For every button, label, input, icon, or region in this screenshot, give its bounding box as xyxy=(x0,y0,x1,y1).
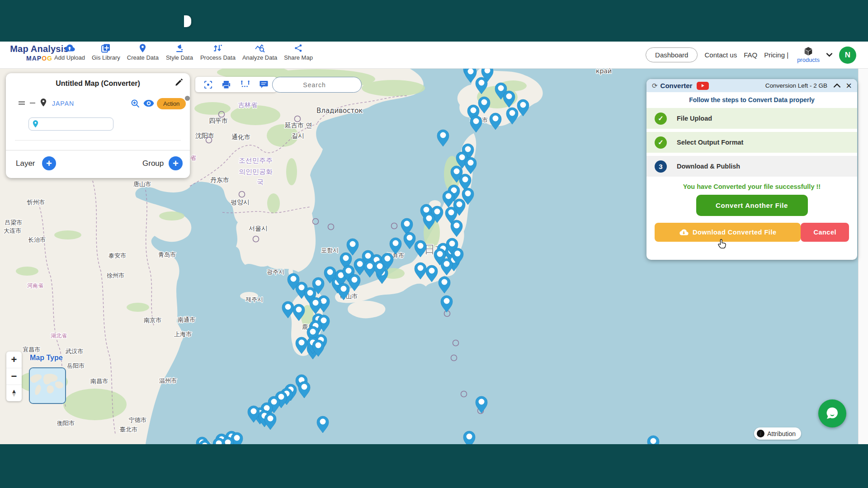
zoom-out-button[interactable]: − xyxy=(6,368,22,385)
add-layer-button[interactable]: + xyxy=(42,156,56,170)
chevron-down-icon[interactable] xyxy=(826,53,832,57)
step-file-upload[interactable]: ✓ File Upload xyxy=(646,108,857,129)
layer-style-field[interactable] xyxy=(28,117,113,131)
compass-tilt-button[interactable]: ▲▼ xyxy=(6,385,22,401)
layer-name[interactable]: JAPAN xyxy=(52,100,74,107)
sync-icon: ⟳ xyxy=(652,82,658,90)
nav-label: Share Map xyxy=(284,54,313,61)
nav-item-create-data[interactable]: Create Data xyxy=(127,43,159,61)
nav-label: Style Data xyxy=(166,54,193,61)
nav-item-add-upload[interactable]: Add Upload xyxy=(54,43,85,61)
nav-label: Create Data xyxy=(127,54,159,61)
add-group-button[interactable]: + xyxy=(169,156,183,170)
map-pin-icon xyxy=(139,43,146,53)
layer-visibility-icon[interactable] xyxy=(143,100,154,107)
chat-support-button[interactable] xyxy=(818,399,846,427)
pricing-link[interactable]: Pricing | xyxy=(764,51,788,59)
layer-action-button[interactable]: Action xyxy=(157,98,186,109)
map-place-label: 武汉市 xyxy=(65,348,83,355)
panel-divider xyxy=(6,150,190,150)
map-place-label: 长治市 xyxy=(28,236,46,243)
conversion-quota: Conversion Left - 2 GB xyxy=(765,82,827,89)
nav-item-style-data[interactable]: Style Data xyxy=(165,43,193,61)
map-place-label: 국 xyxy=(257,178,264,186)
app-window: крайВладивосток吉林省四平市延吉市 연길시沈阳市通化市辽宁省조선민… xyxy=(0,0,868,488)
contact-us-link[interactable]: Contact us xyxy=(704,51,737,59)
map-place-label: 青岛市 xyxy=(158,251,176,258)
nav-label: Add Upload xyxy=(54,54,85,61)
conversion-success-message: You have Converted your file successfull… xyxy=(646,183,857,190)
map-place-label: 조선민주주 xyxy=(239,156,273,164)
nav-item-gis-library[interactable]: Gis Library xyxy=(92,43,120,61)
info-icon: i xyxy=(757,430,764,437)
converter-title: Converter xyxy=(660,82,693,89)
step-check-icon: ✓ xyxy=(655,136,667,149)
map-place-label: 河南省 xyxy=(27,282,43,289)
map-place-label: 衡阳市 xyxy=(57,420,75,427)
panel-divider xyxy=(15,140,181,141)
map-place-label: 吉林省 xyxy=(238,101,258,108)
drag-handle-icon[interactable] xyxy=(18,101,25,105)
map-place-label: 宁德市 xyxy=(129,417,146,423)
convert-another-file-button[interactable]: Convert Another File xyxy=(696,195,808,216)
layer-label: Layer xyxy=(16,159,35,168)
cloud-upload-icon xyxy=(64,43,75,53)
nav-item-process-data[interactable]: Process Data xyxy=(200,43,236,61)
map-place-label: 南通市 xyxy=(178,316,195,323)
collapse-panel-icon[interactable] xyxy=(834,84,840,88)
cube-icon xyxy=(803,47,813,56)
step-select-output-format[interactable]: ✓ Select Output Format xyxy=(646,132,857,153)
map-place-label: 吕梁市 xyxy=(5,219,22,226)
map-marker-pin[interactable] xyxy=(463,431,475,444)
action-notification-dot xyxy=(185,96,190,101)
main-menu: Add Upload Gis Library Create Data Style… xyxy=(54,43,313,61)
map-type-switcher[interactable] xyxy=(29,367,66,404)
close-panel-icon[interactable]: × xyxy=(846,81,852,91)
comment-icon[interactable] xyxy=(259,80,268,88)
dashboard-button[interactable]: Dashboard xyxy=(646,47,698,62)
attribution-control[interactable]: i Attribution xyxy=(754,427,801,440)
map-title: Untitled Map (Converter) xyxy=(6,80,190,88)
style-pin-icon xyxy=(33,120,38,127)
search-input[interactable] xyxy=(273,81,356,89)
measure-distance-icon[interactable] xyxy=(241,80,250,89)
edit-title-icon[interactable] xyxy=(175,79,183,86)
map-place-label: 南京市 xyxy=(144,317,161,324)
map-place-label: 四平市 xyxy=(209,117,228,124)
map-place-label: 徐州市 xyxy=(107,272,124,279)
zoom-to-layer-icon[interactable] xyxy=(131,99,140,108)
zoom-in-button[interactable]: + xyxy=(6,352,22,368)
user-avatar[interactable]: N xyxy=(839,47,856,64)
converter-panel: ⟳ Converter Conversion Left - 2 GB × Fol… xyxy=(646,79,857,260)
cancel-button[interactable]: Cancel xyxy=(801,223,849,242)
nav-item-share-map[interactable]: Share Map xyxy=(284,43,313,61)
step-download-publish[interactable]: 3 Download & Publish xyxy=(646,156,857,177)
download-converted-file-button[interactable]: Download Converted File xyxy=(655,223,801,242)
converter-actions: Download Converted File Cancel xyxy=(646,223,857,242)
map-place-label: 길시 xyxy=(292,132,304,139)
map-place-label: 南昌市 xyxy=(90,378,108,385)
panel-footer: Layer + Group + xyxy=(6,155,190,175)
map-place-label: 포항시 xyxy=(321,247,339,253)
process-flow-icon xyxy=(213,43,222,53)
nav-item-analyze-data[interactable]: Analyze Data xyxy=(242,43,277,61)
map-place-label: 臺北市 xyxy=(120,426,137,433)
map-place-label: 通化市 xyxy=(231,133,250,141)
map-place-label: 岳阳市 xyxy=(67,362,85,369)
converter-subtitle: Follow the steps to Convert Data properl… xyxy=(646,96,857,103)
map-place-label: 唐山市 xyxy=(133,181,151,188)
focus-extent-icon[interactable] xyxy=(204,80,212,89)
nav-label: Process Data xyxy=(200,54,236,61)
analyze-chart-icon xyxy=(255,43,265,53)
map-toolbar xyxy=(195,77,277,92)
panel-collapse-tab[interactable] xyxy=(184,15,191,27)
layers-panel: Untitled Map (Converter) JAPAN Action La… xyxy=(6,73,190,178)
faq-link[interactable]: FAQ xyxy=(744,51,757,59)
nav-label: Analyze Data xyxy=(242,54,277,61)
products-menu[interactable]: products xyxy=(797,47,820,63)
youtube-help-icon[interactable] xyxy=(697,82,709,90)
print-icon[interactable] xyxy=(222,80,231,89)
group-label: Group xyxy=(142,159,164,168)
collapse-layer-icon[interactable] xyxy=(29,101,36,105)
page-scrollbar[interactable] xyxy=(858,42,868,444)
